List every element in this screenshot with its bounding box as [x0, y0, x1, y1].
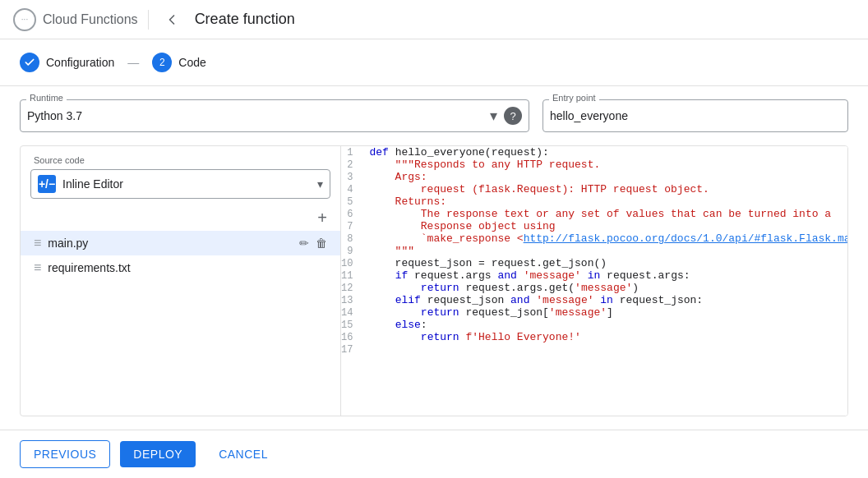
page-title: Create function — [195, 11, 295, 28]
code-editor[interactable]: 1 def hello_everyone(request): 2 """Resp… — [341, 146, 847, 416]
previous-button[interactable]: PREVIOUS — [20, 440, 110, 468]
file-icon-req: ≡ — [34, 260, 41, 275]
code-table: 1 def hello_everyone(request): 2 """Resp… — [341, 146, 847, 356]
steps-bar: Configuration — 2 Code — [0, 39, 868, 86]
code-line-10: 10 request_json = request.get_json() — [341, 257, 847, 269]
entry-point-input[interactable] — [550, 109, 841, 122]
code-line-11: 11 if request.args and 'message' in requ… — [341, 269, 847, 282]
code-line-2: 2 """Responds to any HTTP request. — [341, 159, 847, 171]
step-1-label: Configuration — [46, 56, 114, 69]
source-code-label: Source code — [30, 155, 88, 165]
code-line-6: 6 The response text or any set of values… — [341, 208, 847, 220]
code-line-16: 16 return f'Hello Everyone!' — [341, 331, 847, 343]
runtime-help-icon[interactable]: ? — [504, 107, 522, 125]
entry-input-container[interactable] — [542, 99, 848, 132]
app-name: Cloud Functions — [43, 12, 138, 27]
code-line-14: 14 return request_json['message'] — [341, 306, 847, 319]
main-content: Runtime Python 3.7 ▾ ? Entry point Sourc… — [0, 86, 868, 430]
source-dropdown-icon: +/− — [38, 175, 56, 193]
code-line-4: 4 request (flask.Request): HTTP request … — [341, 183, 847, 195]
bottom-bar: PREVIOUS DEPLOY CANCEL — [0, 430, 868, 478]
code-line-9: 9 """ — [341, 245, 847, 257]
file-name-req: requirements.txt — [48, 261, 308, 274]
step-2-circle: 2 — [152, 53, 172, 72]
form-row: Runtime Python 3.7 ▾ ? Entry point — [20, 99, 848, 132]
code-section: Source code +/− Inline Editor ▾ + ≡ main… — [20, 145, 848, 416]
delete-file-button[interactable]: 🗑 — [316, 237, 327, 250]
more-options-button[interactable]: ··· — [315, 260, 327, 275]
runtime-input-container: Python 3.7 ▾ ? — [20, 99, 529, 132]
top-bar: ··· Cloud Functions Create function — [0, 0, 868, 39]
step-connector: — — [127, 56, 139, 69]
code-line-15: 15 else: — [341, 319, 847, 331]
entry-point-field: Entry point — [542, 99, 848, 132]
code-line-8: 8 `make_response <http://flask.pocoo.org… — [341, 232, 847, 245]
code-line-17: 17 — [341, 343, 847, 356]
step-2-number: 2 — [159, 57, 165, 68]
app-logo: ··· Cloud Functions — [13, 8, 138, 31]
divider — [148, 10, 149, 30]
step-1: Configuration — [20, 53, 114, 72]
edit-file-button[interactable]: ✏ — [299, 237, 309, 250]
runtime-field: Runtime Python 3.7 ▾ ? — [20, 99, 529, 132]
cancel-button[interactable]: CANCEL — [205, 441, 281, 467]
logo-icon: ··· — [13, 8, 36, 31]
file-icon: ≡ — [34, 236, 41, 250]
code-line-1: 1 def hello_everyone(request): — [341, 146, 847, 159]
code-line-7: 7 Response object using — [341, 220, 847, 232]
source-dropdown-arrow-icon: ▾ — [317, 177, 323, 191]
file-tree: Source code +/− Inline Editor ▾ + ≡ main… — [21, 146, 341, 416]
runtime-dropdown-icon[interactable]: ▾ — [490, 107, 497, 125]
runtime-value: Python 3.7 — [27, 109, 487, 122]
step-2: 2 Code — [152, 53, 205, 72]
add-file-button[interactable]: + — [317, 209, 327, 228]
file-item-requirements[interactable]: ≡ requirements.txt ··· — [21, 255, 340, 280]
step-1-circle — [20, 53, 39, 72]
source-dropdown[interactable]: +/− Inline Editor ▾ — [30, 169, 330, 199]
code-line-13: 13 elif request_json and 'message' in re… — [341, 294, 847, 306]
file-name-main: main.py — [48, 237, 293, 250]
code-line-3: 3 Args: — [341, 171, 847, 183]
source-dropdown-label: Inline Editor — [62, 177, 317, 191]
back-button[interactable] — [159, 7, 185, 33]
file-item-main[interactable]: ≡ main.py ✏ 🗑 — [21, 231, 340, 255]
file-actions: ✏ 🗑 — [299, 237, 327, 250]
code-line-12: 12 return request.args.get('message') — [341, 282, 847, 294]
source-label-bar: Source code — [21, 146, 340, 166]
code-line-5: 5 Returns: — [341, 195, 847, 208]
step-2-label: Code — [178, 56, 205, 69]
add-file-bar: + — [21, 205, 340, 231]
deploy-button[interactable]: DEPLOY — [120, 441, 196, 467]
